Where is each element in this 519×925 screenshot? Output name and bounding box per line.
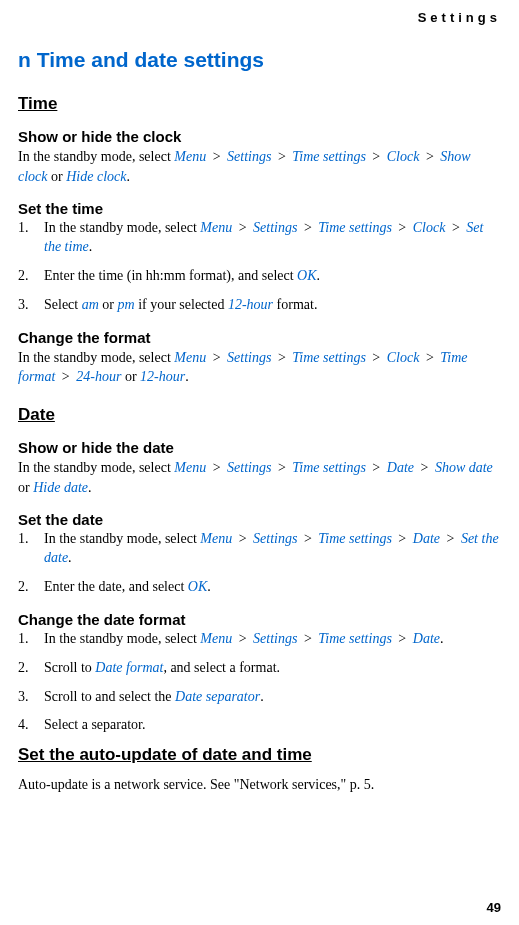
list-item: Select a separator. <box>18 716 501 735</box>
menu-path-item: Time settings <box>292 460 366 475</box>
text-prefix: In the standby mode, select <box>18 350 174 365</box>
text-mid: if your selected <box>135 297 228 312</box>
menu-path-item: Show date <box>435 460 493 475</box>
subheading-set-time: Set the time <box>18 200 501 217</box>
text-end: . <box>89 239 93 254</box>
list-item: Scroll to and select the Date separator. <box>18 688 501 707</box>
change-time-format-text: In the standby mode, select Menu > Setti… <box>18 348 501 387</box>
title-bullet-icon: n <box>18 48 31 71</box>
menu-path-item: 12-hour <box>140 369 185 384</box>
text-prefix: Select <box>44 297 82 312</box>
menu-path-item: Time settings <box>318 531 392 546</box>
menu-path-item: Hide date <box>33 480 88 495</box>
text-prefix: Scroll to <box>44 660 95 675</box>
show-hide-date-text: In the standby mode, select Menu > Setti… <box>18 458 501 497</box>
list-item: Scroll to Date format, and select a form… <box>18 659 501 678</box>
menu-path-item: Menu <box>200 531 232 546</box>
menu-path-item: Clock <box>413 220 446 235</box>
separator: > <box>58 369 73 384</box>
page-header-label: Settings <box>418 10 501 25</box>
separator: > <box>369 149 384 164</box>
separator: > <box>209 149 224 164</box>
text-connector: or <box>18 480 33 495</box>
separator: > <box>395 631 410 646</box>
separator: > <box>300 531 315 546</box>
text-end: . <box>317 268 321 283</box>
list-item: In the standby mode, select Menu > Setti… <box>18 630 501 649</box>
menu-path-item: Clock <box>387 350 420 365</box>
text-end: . <box>440 631 444 646</box>
list-item: Select am or pm if your selected 12-hour… <box>18 296 501 315</box>
menu-link-date-format: Date format <box>95 660 163 675</box>
subheading-change-time-format: Change the format <box>18 329 501 346</box>
menu-path-item: Date <box>413 631 440 646</box>
menu-path-item: Hide clock <box>66 169 126 184</box>
subheading-show-hide-clock: Show or hide the clock <box>18 128 501 145</box>
menu-path-item: Settings <box>227 460 271 475</box>
section-heading-time: Time <box>18 94 501 114</box>
menu-path-item: Menu <box>174 350 206 365</box>
set-date-steps: In the standby mode, select Menu > Setti… <box>18 530 501 597</box>
text-prefix: Enter the date, and select <box>44 579 188 594</box>
separator: > <box>369 460 384 475</box>
menu-path-item: Menu <box>200 631 232 646</box>
menu-path-item: Menu <box>174 460 206 475</box>
subheading-set-date: Set the date <box>18 511 501 528</box>
menu-path-item: Settings <box>253 631 297 646</box>
page-number: 49 <box>487 900 501 915</box>
text-end: format. <box>273 297 317 312</box>
text-content: Select a separator. <box>44 717 145 732</box>
menu-path-item: Time settings <box>292 350 366 365</box>
title-text: Time and date settings <box>37 48 264 71</box>
list-item: Enter the date, and select OK. <box>18 578 501 597</box>
text-prefix: In the standby mode, select <box>44 531 200 546</box>
menu-path-item: Settings <box>227 149 271 164</box>
separator: > <box>300 631 315 646</box>
separator: > <box>395 531 410 546</box>
section-heading-date: Date <box>18 405 501 425</box>
menu-link-ok: OK <box>188 579 207 594</box>
separator: > <box>422 149 437 164</box>
subheading-change-date-format: Change the date format <box>18 611 501 628</box>
separator: > <box>443 531 458 546</box>
text-prefix: In the standby mode, select <box>44 220 200 235</box>
menu-path-item: Time settings <box>318 631 392 646</box>
menu-link-ok: OK <box>297 268 316 283</box>
text-prefix: Scroll to and select the <box>44 689 175 704</box>
list-item: In the standby mode, select Menu > Setti… <box>18 530 501 568</box>
text-end: . <box>126 169 130 184</box>
text-prefix: In the standby mode, select <box>18 149 174 164</box>
separator: > <box>235 220 250 235</box>
menu-path-item: Time settings <box>318 220 392 235</box>
menu-path-item: Time settings <box>292 149 366 164</box>
subheading-show-hide-date: Show or hide the date <box>18 439 501 456</box>
separator: > <box>448 220 463 235</box>
text-end: . <box>88 480 92 495</box>
text-prefix: In the standby mode, select <box>44 631 200 646</box>
separator: > <box>417 460 432 475</box>
separator: > <box>274 460 289 475</box>
separator: > <box>209 350 224 365</box>
menu-path-item: Clock <box>387 149 420 164</box>
menu-link-12hour: 12-hour <box>228 297 273 312</box>
menu-path-item: 24-hour <box>76 369 121 384</box>
list-item: In the standby mode, select Menu > Setti… <box>18 219 501 257</box>
menu-path-item: Date <box>413 531 440 546</box>
menu-link-am: am <box>82 297 99 312</box>
separator: > <box>395 220 410 235</box>
menu-link-pm: pm <box>118 297 135 312</box>
text-end: . <box>68 550 72 565</box>
separator: > <box>369 350 384 365</box>
separator: > <box>274 149 289 164</box>
separator: > <box>422 350 437 365</box>
text-end: . <box>207 579 211 594</box>
text-mid: or <box>99 297 118 312</box>
separator: > <box>274 350 289 365</box>
auto-update-text: Auto-update is a network service. See "N… <box>18 775 501 795</box>
text-connector: or <box>121 369 140 384</box>
menu-path-item: Menu <box>174 149 206 164</box>
change-date-format-steps: In the standby mode, select Menu > Setti… <box>18 630 501 736</box>
text-prefix: In the standby mode, select <box>18 460 174 475</box>
menu-path-item: Menu <box>200 220 232 235</box>
menu-path-item: Date <box>387 460 414 475</box>
